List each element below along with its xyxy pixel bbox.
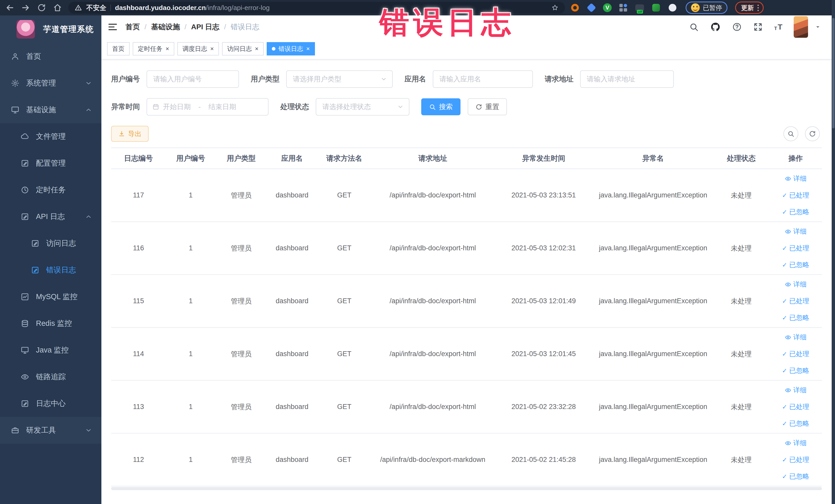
home-icon[interactable] <box>53 3 62 12</box>
avatar[interactable] <box>794 16 808 38</box>
mark-processed-link[interactable]: ✓已处理 <box>782 244 809 253</box>
mark-ignored-link[interactable]: ✓已忽略 <box>782 313 809 322</box>
close-icon[interactable]: × <box>166 46 169 52</box>
scrollbar-thumb[interactable] <box>832 18 834 128</box>
search-icon[interactable] <box>689 22 699 32</box>
filter-process-status: 处理状态 请选择处理状态 <box>280 98 409 116</box>
sidebar-item-log-center[interactable]: 日志中心 <box>0 390 101 417</box>
mark-ignored-link[interactable]: ✓已忽略 <box>782 419 809 428</box>
sidebar-item-api-log[interactable]: API 日志 <box>0 203 101 230</box>
not-secure-warning-icon[interactable] <box>75 4 82 12</box>
sidebar-item-trace[interactable]: 链路追踪 <box>0 364 101 390</box>
bookmark-star-icon[interactable] <box>551 4 559 12</box>
back-icon[interactable] <box>5 3 14 12</box>
active-dot-icon <box>272 47 276 51</box>
tab-error-log[interactable]: 错误日志 × <box>267 42 315 56</box>
help-icon[interactable] <box>732 22 742 32</box>
reset-button[interactable]: 重置 <box>468 98 507 115</box>
breadcrumb-home[interactable]: 首页 <box>125 22 140 32</box>
sidebar-item-file-management[interactable]: 文件管理 <box>0 123 101 150</box>
caret-down-icon[interactable] <box>815 24 821 30</box>
request-url-input[interactable] <box>580 70 674 88</box>
tab-dispatch-log[interactable]: 调度日志 × <box>177 42 219 56</box>
date-range-picker[interactable]: 开始日期 - 结束日期 <box>147 98 268 116</box>
sidebar-item-dev-tools[interactable]: 研发工具 <box>0 417 101 444</box>
extension-icon-5[interactable] <box>635 3 645 13</box>
sidebar-item-java-monitor[interactable]: Java 监控 <box>0 337 101 364</box>
breadcrumb-api-log[interactable]: API 日志 <box>191 22 220 32</box>
close-icon[interactable]: × <box>255 46 259 52</box>
search-button[interactable]: 搜索 <box>421 98 461 115</box>
mark-processed-link[interactable]: ✓已处理 <box>782 349 809 358</box>
reload-icon[interactable] <box>37 3 46 12</box>
eye-icon <box>785 440 791 446</box>
process-status-select[interactable]: 请选择处理状态 <box>316 98 409 116</box>
sidebar-item-home[interactable]: 首页 <box>0 43 101 70</box>
app-name-input[interactable] <box>433 70 533 88</box>
sidebar-item-scheduled-tasks[interactable]: 定时任务 <box>0 177 101 203</box>
sidebar-item-system-management[interactable]: 系统管理 <box>0 70 101 97</box>
mark-processed-link[interactable]: ✓已处理 <box>782 402 809 411</box>
detail-link[interactable]: 详细 <box>785 174 807 183</box>
cell-method: GET <box>317 328 371 381</box>
database-icon <box>21 319 29 328</box>
detail-link[interactable]: 详细 <box>785 333 807 342</box>
edit-icon <box>21 159 29 168</box>
hamburger-icon[interactable] <box>107 21 118 33</box>
app-header: 首页 / 基础设施 / API 日志 / 错误日志 TT <box>101 15 832 39</box>
export-button[interactable]: 导出 <box>111 126 149 142</box>
toggle-search-button[interactable] <box>783 126 798 141</box>
mark-ignored-link[interactable]: ✓已忽略 <box>782 207 809 217</box>
tab-scheduled-tasks[interactable]: 定时任务 × <box>133 42 174 56</box>
detail-link[interactable]: 详细 <box>785 386 807 395</box>
cell-user-type: 管理员 <box>216 328 267 381</box>
extension-icon-4[interactable] <box>618 3 628 13</box>
extension-icon-2[interactable] <box>587 3 596 13</box>
horizontal-scrollbar[interactable] <box>111 487 822 490</box>
extension-icon-6[interactable] <box>651 3 661 13</box>
extension-icon-7[interactable] <box>668 3 677 13</box>
cell-status: 未处理 <box>713 222 769 275</box>
extension-icon-1[interactable] <box>570 3 580 13</box>
sidebar-item-access-log[interactable]: 访问日志 <box>0 230 101 257</box>
fullscreen-icon[interactable] <box>753 22 763 32</box>
refresh-table-button[interactable] <box>805 126 820 141</box>
breadcrumb-infrastructure[interactable]: 基础设施 <box>151 22 180 32</box>
mark-processed-link[interactable]: ✓已处理 <box>782 455 809 464</box>
mark-ignored-link[interactable]: ✓已忽略 <box>782 472 809 481</box>
user-type-select[interactable]: 请选择用户类型 <box>286 70 393 88</box>
extension-icon-3[interactable]: V <box>603 3 612 12</box>
table-toolbar: 导出 <box>111 126 822 142</box>
user-id-input[interactable] <box>147 70 239 88</box>
address-bar[interactable]: 不安全 dashboard.yudao.iocoder.cn/infra/log… <box>68 2 565 14</box>
browser-update-button[interactable]: 更新 <box>735 2 763 14</box>
browser-menu-icon[interactable] <box>757 5 759 11</box>
mark-processed-link[interactable]: ✓已处理 <box>782 191 809 200</box>
github-icon[interactable] <box>710 22 721 32</box>
sidebar-item-config-management[interactable]: 配置管理 <box>0 150 101 177</box>
cell-user-type: 管理员 <box>216 434 267 486</box>
col-method: 请求方法名 <box>317 148 371 169</box>
tab-access-log[interactable]: 访问日志 × <box>222 42 264 56</box>
sidebar-item-mysql-monitor[interactable]: MySQL 监控 <box>0 283 101 310</box>
forward-icon[interactable] <box>21 3 30 12</box>
detail-link[interactable]: 详细 <box>785 280 807 289</box>
col-request-url: 请求地址 <box>371 148 494 169</box>
tab-home[interactable]: 首页 <box>107 42 130 56</box>
sidebar-item-error-log[interactable]: 错误日志 <box>0 257 101 283</box>
detail-link[interactable]: 详细 <box>785 227 807 236</box>
eye-icon <box>785 175 791 182</box>
font-size-icon[interactable]: TT <box>774 23 782 31</box>
detail-link[interactable]: 详细 <box>785 439 807 447</box>
sidebar-item-redis-monitor[interactable]: Redis 监控 <box>0 310 101 337</box>
vertical-scrollbar[interactable] <box>832 0 835 504</box>
mark-ignored-link[interactable]: ✓已忽略 <box>782 366 809 375</box>
app-logo-row[interactable]: 芋道管理系统 <box>0 15 101 43</box>
mark-ignored-link[interactable]: ✓已忽略 <box>782 260 809 269</box>
sidebar-item-infrastructure[interactable]: 基础设施 <box>0 97 101 123</box>
close-icon[interactable]: × <box>210 46 214 52</box>
profile-paused-badge[interactable]: 已暂停 <box>686 2 728 14</box>
close-icon[interactable]: × <box>306 46 310 52</box>
col-exception-name: 异常名 <box>593 148 713 169</box>
mark-processed-link[interactable]: ✓已处理 <box>782 297 809 305</box>
